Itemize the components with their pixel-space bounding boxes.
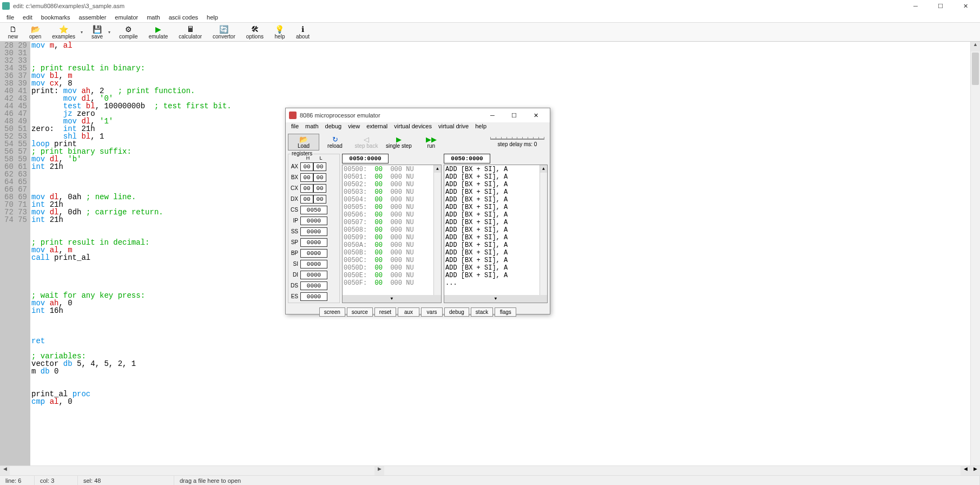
mem-scroll-up[interactable]: ▲: [434, 165, 441, 173]
toolbar-emulate-button[interactable]: ▶emulate: [143, 24, 174, 40]
emulator-body: registers H L AX BX CX DX CS IP SS SP BP…: [286, 152, 550, 305]
emulator-close-button[interactable]: ✕: [525, 109, 547, 122]
disassembly-address-input[interactable]: [444, 154, 490, 163]
menu-help[interactable]: help: [202, 13, 222, 22]
toolbar-open-button[interactable]: 📂open: [24, 24, 47, 40]
emu-toolbar-single-step-button[interactable]: ▶single step: [382, 134, 416, 150]
memory-address-input-1[interactable]: [342, 154, 389, 163]
scroll-left-arrow[interactable]: ◀: [0, 466, 10, 475]
emu-aux-button[interactable]: aux: [398, 307, 419, 317]
step-delay-control[interactable]: step delay ms: 0: [490, 137, 548, 147]
emu-menu-view[interactable]: view: [345, 122, 363, 132]
emulator-bottom-buttons: screensourceresetauxvarsdebugstackflags: [286, 305, 550, 319]
toolbar-compile-button[interactable]: ⚙compile: [114, 24, 143, 40]
vertical-scrollbar[interactable]: ▲ ▼: [970, 42, 980, 475]
reg-SS[interactable]: [300, 227, 327, 236]
horizontal-scrollbar[interactable]: ◀ ▶: [0, 466, 384, 475]
reg-DX-h[interactable]: [300, 195, 313, 204]
close-button[interactable]: ✕: [953, 0, 978, 12]
reg-BX-h[interactable]: [300, 173, 313, 182]
emu-menu-debug[interactable]: debug: [322, 122, 345, 132]
reg-CX-h[interactable]: [300, 184, 313, 193]
toolbar-examples-button[interactable]: ⭐examples: [47, 24, 81, 40]
menu-bookmarks[interactable]: bookmarks: [37, 13, 75, 22]
menu-math[interactable]: math: [142, 13, 164, 22]
emu-debug-button[interactable]: debug: [444, 307, 469, 317]
toolbar-convertor-button[interactable]: 🔄convertor: [207, 24, 241, 40]
disasm-scroll-down[interactable]: ▼: [444, 295, 547, 303]
emulator-titlebar[interactable]: 8086 microprocessor emulator ─ ☐ ✕: [286, 108, 550, 122]
examples-dropdown-arrow[interactable]: ▾: [81, 30, 86, 35]
emu-stack-button[interactable]: stack: [471, 307, 493, 317]
menu-assembler[interactable]: assembler: [75, 13, 111, 22]
save-dropdown-arrow[interactable]: ▾: [108, 30, 114, 35]
reg-DI[interactable]: [300, 271, 327, 279]
toolbar-options-button[interactable]: 🛠options: [241, 24, 269, 40]
emulator-maximize-button[interactable]: ☐: [503, 109, 525, 122]
reg-SI[interactable]: [300, 260, 327, 268]
emu-menu-help[interactable]: help: [472, 122, 490, 132]
menu-file[interactable]: file: [2, 13, 18, 22]
about-icon: ℹ: [301, 25, 304, 34]
reg-IP[interactable]: [300, 217, 327, 225]
reg-BX-l[interactable]: [313, 173, 326, 182]
delay-slider[interactable]: [490, 137, 544, 141]
emu-menu-virtual-devices[interactable]: virtual devices: [391, 122, 435, 132]
emu-menu-file[interactable]: file: [288, 122, 302, 132]
toolbar-help-button[interactable]: 💡help: [269, 24, 291, 40]
reg-name: CS: [290, 207, 300, 213]
emu-menu-math[interactable]: math: [302, 122, 321, 132]
scroll-right-arrow-2[interactable]: ▶: [970, 466, 980, 475]
register-row-ES: ES: [290, 291, 338, 302]
emu-source-button[interactable]: source: [347, 307, 373, 317]
scroll-up-arrow[interactable]: ▲: [971, 42, 980, 51]
menu-edit[interactable]: edit: [18, 13, 37, 22]
reg-SP[interactable]: [300, 238, 327, 247]
menu-ascii-codes[interactable]: ascii codes: [165, 13, 202, 22]
reg-DS[interactable]: [300, 281, 327, 290]
disassembly-list[interactable]: ADD [BX + SI], AADD [BX + SI], AADD [BX …: [444, 165, 548, 303]
emu-toolbar-Load-button[interactable]: 📂Load: [288, 134, 319, 150]
open-icon: 📂: [31, 25, 40, 34]
emu-vars-button[interactable]: vars: [421, 307, 443, 317]
emu-reset-button[interactable]: reset: [374, 307, 396, 317]
reg-CX-l[interactable]: [313, 184, 326, 193]
emulator-minimize-button[interactable]: ─: [482, 109, 503, 122]
scroll-left-arrow-2[interactable]: ◀: [961, 466, 970, 475]
reg-CS[interactable]: [300, 206, 327, 214]
memory-list[interactable]: 00500: 00 000 NU00501: 00 000 NU00502: 0…: [342, 165, 442, 303]
disasm-scrollbar[interactable]: ▲ ▼: [540, 165, 547, 303]
emulator-menubar: filemathdebugviewexternalvirtual devices…: [286, 122, 550, 132]
emu-flags-button[interactable]: flags: [495, 307, 516, 317]
emu-menu-virtual-drive[interactable]: virtual drive: [435, 122, 472, 132]
reg-AX-h[interactable]: [300, 162, 313, 171]
register-row-DX: DX: [290, 194, 338, 204]
reg-AX-l[interactable]: [313, 162, 326, 171]
scroll-right-arrow[interactable]: ▶: [374, 466, 384, 475]
reg-ES[interactable]: [300, 292, 327, 301]
disasm-scroll-up[interactable]: ▲: [540, 165, 547, 173]
maximize-button[interactable]: ☐: [928, 0, 953, 12]
reg-BP[interactable]: [300, 249, 327, 258]
reload-icon: ↻: [332, 135, 338, 143]
help-icon: 💡: [275, 25, 284, 34]
emu-toolbar-reload-button[interactable]: ↻reload: [319, 134, 351, 150]
emu-toolbar-run-button[interactable]: ▶▶run: [416, 134, 447, 150]
memory-scrollbar[interactable]: ▲ ▼: [433, 165, 441, 303]
register-row-SP: SP: [290, 237, 338, 247]
mem-scroll-down[interactable]: ▼: [343, 295, 441, 303]
emulator-window: 8086 microprocessor emulator ─ ☐ ✕ filem…: [285, 108, 550, 314]
register-row-BX: BX: [290, 172, 338, 182]
menu-emulator[interactable]: emulator: [110, 13, 142, 22]
Load-icon: 📂: [299, 135, 308, 143]
emu-screen-button[interactable]: screen: [319, 307, 345, 317]
scroll-thumb[interactable]: [972, 53, 979, 85]
toolbar-about-button[interactable]: ℹabout: [291, 24, 315, 40]
reg-DX-l[interactable]: [313, 195, 326, 204]
minimize-button[interactable]: ─: [903, 0, 928, 12]
toolbar-calculator-button[interactable]: 🖩calculator: [173, 24, 207, 40]
main-menubar: fileeditbookmarksassembleremulatormathas…: [0, 12, 980, 23]
toolbar-new-button[interactable]: 🗋new: [2, 24, 24, 40]
emu-menu-external[interactable]: external: [363, 122, 391, 132]
toolbar-save-button[interactable]: 💾save: [86, 24, 108, 40]
